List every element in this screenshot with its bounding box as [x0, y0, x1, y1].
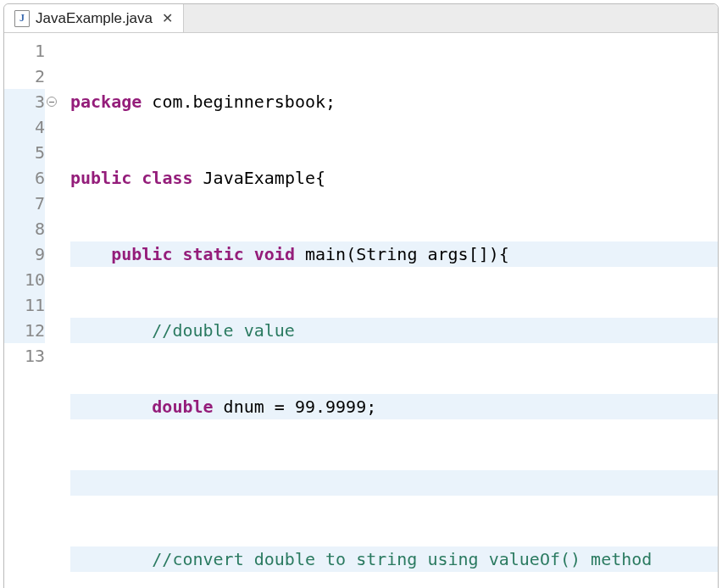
java-file-icon [14, 10, 30, 27]
code-area[interactable]: 1 2 3 4 5 6 7 8 9 10 11 12 13 package co… [4, 33, 718, 588]
line-number: 5 [4, 140, 45, 165]
editor-tab-label: JavaExample.java [36, 10, 153, 27]
line-number: 13 [4, 343, 45, 369]
line-number: 8 [4, 216, 45, 241]
line-number-gutter: 1 2 3 4 5 6 7 8 9 10 11 12 13 [4, 33, 52, 588]
line-number: 7 [4, 191, 45, 216]
line-number: 6 [4, 165, 45, 191]
line-number: 9 [4, 241, 45, 267]
editor-tab-javaexample[interactable]: JavaExample.java ✕ [4, 4, 184, 32]
code-line: //double value [70, 318, 718, 343]
line-number: 1 [4, 38, 45, 64]
fold-collapse-icon[interactable] [47, 97, 57, 107]
line-number: 11 [4, 292, 45, 318]
code-line: package com.beginnersbook; [70, 89, 718, 114]
close-icon[interactable]: ✕ [162, 10, 173, 26]
editor-tab-bar: JavaExample.java ✕ [4, 4, 718, 33]
line-number: 2 [4, 64, 45, 89]
line-number: 3 [4, 89, 45, 114]
line-number: 12 [4, 318, 45, 343]
editor-panel: JavaExample.java ✕ 1 2 3 4 5 6 7 8 9 10 … [3, 3, 719, 588]
code-line: //convert double to string using valueOf… [70, 546, 718, 572]
code-line: double dnum = 99.9999; [70, 394, 718, 419]
line-number: 4 [4, 114, 45, 140]
line-number: 10 [4, 267, 45, 292]
code-line: public class JavaExample{ [70, 165, 718, 191]
code-content[interactable]: package com.beginnersbook; public class … [52, 33, 718, 588]
code-line [70, 470, 718, 496]
code-line: public static void main(String args[]){ [70, 241, 718, 267]
